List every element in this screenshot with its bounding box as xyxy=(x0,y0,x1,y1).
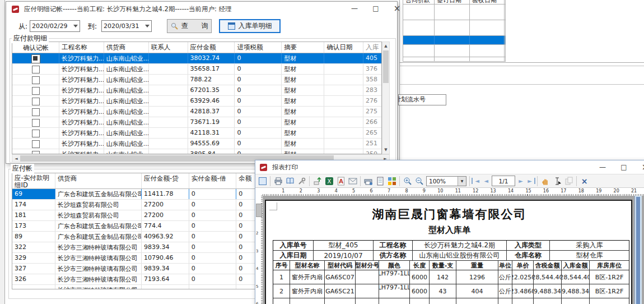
cell-debit[interactable]: 0 xyxy=(189,253,237,263)
confirm-checkbox[interactable] xyxy=(32,140,40,148)
cell-credit[interactable]: 10790.46 xyxy=(142,253,189,263)
cell-confirm-date[interactable] xyxy=(324,139,363,149)
confirm-cell[interactable] xyxy=(12,75,59,85)
cell-input-tax[interactable]: 0 xyxy=(235,96,282,106)
confirm-checkbox[interactable] xyxy=(32,98,40,105)
first-page-icon[interactable]: ◄ xyxy=(472,178,482,184)
book-icon[interactable] xyxy=(284,175,296,187)
zoom-in-icon[interactable] xyxy=(402,175,413,187)
payable-account-row[interactable]: 173 广东合和建筑五金制品有限公司 774.4 0 0 xyxy=(12,221,284,232)
cell-detail-id[interactable]: 322 xyxy=(12,242,55,252)
contract-col-price[interactable]: 合同价款 xyxy=(403,0,435,4)
cell-inbound-no[interactable]: 276 xyxy=(363,96,381,106)
cell-inbound-no[interactable]: 266 xyxy=(363,117,381,127)
pdf-export-icon[interactable]: A xyxy=(335,175,347,187)
cell-credit[interactable]: 27200 xyxy=(142,200,189,210)
payable-account-row[interactable]: 322 长沙市三湘特种玻璃有限公司 9839.34 0 0 xyxy=(12,242,284,253)
col-amount[interactable]: 应付金额 xyxy=(188,42,235,53)
zoom-out-icon[interactable] xyxy=(413,175,425,187)
cell-detail-id[interactable]: 327 xyxy=(12,264,55,274)
cell-memo[interactable]: 型材 xyxy=(282,64,324,74)
cell-amount[interactable]: 67201.35 xyxy=(188,85,235,95)
payable-detail-row[interactable]: 长沙万科魅力... 山东南山铝业... 67201.35 0 型材 283 xyxy=(12,85,381,96)
excel-export-icon[interactable]: X xyxy=(323,175,335,187)
contract-cell[interactable] xyxy=(435,4,470,20)
cell-memo[interactable]: 型材 xyxy=(282,107,324,117)
cell-amount[interactable]: 63929.46 xyxy=(188,96,235,106)
next-page-icon[interactable]: ► xyxy=(516,178,525,184)
preview-area[interactable]: 湖南巨晟门窗幕墙有限公司 型材入库单 入库单号 型材_405 工程名称 长沙万科… xyxy=(263,196,644,304)
cell-amount[interactable]: 38032.74 xyxy=(188,53,235,63)
cell-amount[interactable]: 73671.19 xyxy=(188,117,235,127)
cell-contact[interactable] xyxy=(149,96,188,106)
cell-credit[interactable]: 11411.78 xyxy=(142,189,189,199)
confirm-checkbox[interactable] xyxy=(32,87,40,95)
payable-detail-row[interactable]: 长沙万科魅力... 山东南山铝业... 788.22 0 型材 358 xyxy=(12,75,381,85)
cell-debit[interactable]: 0 xyxy=(189,221,237,231)
report-print-titlebar[interactable]: 报表打印 — □ × xyxy=(255,160,644,174)
cell-supplier[interactable]: 山东南山铝业... xyxy=(104,64,149,74)
dropdown-arrow-icon[interactable] xyxy=(145,25,150,27)
confirm-cell[interactable] xyxy=(12,85,59,95)
scrollbar-thumb[interactable] xyxy=(383,50,389,83)
vruler-thumb[interactable] xyxy=(256,204,262,217)
cell-input-tax[interactable]: 0 xyxy=(235,53,282,63)
cell-project[interactable]: 长沙万科魅力... xyxy=(59,107,104,117)
cell-credit[interactable]: 27200 xyxy=(142,210,189,220)
confirm-checkbox[interactable] xyxy=(32,76,40,84)
cell-project[interactable]: 长沙万科魅力... xyxy=(59,53,104,63)
col-credit[interactable]: 应付金额-贷 xyxy=(142,173,189,188)
mail-export-icon[interactable] xyxy=(347,175,358,187)
cell-supplier[interactable]: 长沙坦森贸易有限公司 xyxy=(55,200,142,210)
cell-inbound-no[interactable]: 358 xyxy=(363,75,381,85)
inbound-detail-button[interactable]: 入库单明细 xyxy=(219,19,281,33)
cell-project[interactable]: 长沙万科魅力... xyxy=(59,96,104,106)
print-setup-icon[interactable] xyxy=(362,175,374,187)
scroll-left-icon[interactable]: ◄ xyxy=(12,156,20,161)
cell-inbound-no[interactable]: 275 xyxy=(363,107,381,117)
confirm-checkbox[interactable] xyxy=(32,66,40,73)
cell-input-tax[interactable]: 0 xyxy=(235,117,282,127)
confirm-cell[interactable] xyxy=(12,139,59,149)
col-project[interactable]: 工程名称 xyxy=(59,42,104,53)
cell-contact[interactable] xyxy=(149,139,188,149)
col-detail-id[interactable]: 应-实付款明细ID xyxy=(12,173,55,188)
payable-detail-row[interactable]: 长沙万科魅力... 山东南山铝业... 3895.84 0 型材 250 xyxy=(12,149,381,154)
cell-input-tax[interactable]: 0 xyxy=(235,75,282,85)
confirm-checkbox[interactable] xyxy=(32,108,40,116)
cell-contact[interactable] xyxy=(149,128,188,138)
col-debit[interactable]: 实付金额-借 xyxy=(189,173,237,188)
scroll-up-icon[interactable]: ▲ xyxy=(382,42,389,50)
cell-amount[interactable]: 42118.31 xyxy=(188,128,235,138)
payable-account-row[interactable]: 181 长沙坦森贸易有限公司 27200 0 0 xyxy=(12,210,284,221)
col-confirm-date[interactable]: 确认日期 xyxy=(324,42,363,53)
cell-supplier[interactable]: 山东南山铝业... xyxy=(104,75,149,85)
contract-table-row[interactable] xyxy=(403,45,505,57)
cell-amount[interactable]: 3895.84 xyxy=(188,149,235,154)
cell-supplier[interactable]: 长沙市三湘特种玻璃有限公司 xyxy=(55,242,142,252)
cell-detail-id[interactable]: 89 xyxy=(12,232,55,242)
contract-cell[interactable] xyxy=(435,36,470,44)
contract-cell[interactable] xyxy=(470,20,505,35)
confirm-cell[interactable] xyxy=(12,53,59,63)
cell-amount[interactable]: 788.22 xyxy=(188,75,235,85)
contract-cell[interactable] xyxy=(403,45,435,57)
page-color-icon[interactable] xyxy=(386,175,398,187)
payable-detail-titlebar[interactable]: 应付明细记帐------当前工程: 长沙万科魅力之城4.2期------当前用户… xyxy=(6,2,397,16)
cell-confirm-date[interactable] xyxy=(324,107,363,117)
contract-cell[interactable] xyxy=(470,45,505,57)
payable-account-row[interactable]: 327 长沙市三湘特种玻璃有限公司 9839.34 0 0 xyxy=(12,264,284,274)
payable-detail-row[interactable]: 长沙万科魅力... 山东南山铝业... 94555.69 0 型材 251 xyxy=(12,139,381,149)
cell-supplier[interactable]: 山东南山铝业... xyxy=(104,53,149,63)
cell-confirm-date[interactable] xyxy=(324,75,363,85)
cell-input-tax[interactable]: 0 xyxy=(235,64,282,74)
cell-project[interactable]: 长沙万科魅力... xyxy=(59,128,104,138)
cell-confirm-date[interactable] xyxy=(324,64,363,74)
cell-input-tax[interactable]: 0 xyxy=(235,149,282,154)
cell-detail-id[interactable]: 329 xyxy=(12,253,55,263)
close-preview-icon[interactable]: × xyxy=(578,175,590,187)
cell-detail-id[interactable]: 181 xyxy=(12,210,55,220)
payable-account-row[interactable]: 326 长沙市三湘特种玻璃有限公司 7193.64 0 0 xyxy=(12,274,284,285)
cell-input-tax[interactable]: 0 xyxy=(235,128,282,138)
to-date-picker[interactable]: 2020/03/31 xyxy=(101,20,152,32)
